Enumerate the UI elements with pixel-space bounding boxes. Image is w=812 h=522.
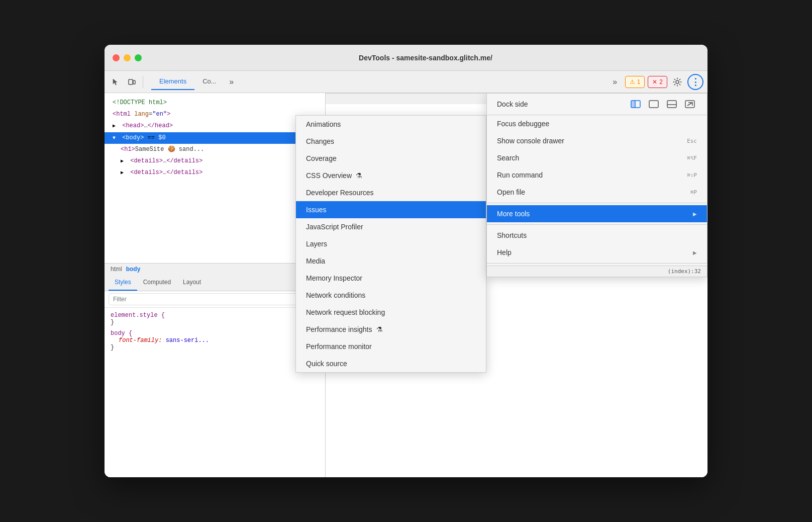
menu-separator [487, 263, 707, 264]
css-rule-element: element.style { } [111, 312, 319, 326]
expand-head-icon [113, 121, 119, 131]
menu-item-left: Run command [497, 171, 543, 179]
tab-styles[interactable]: Styles [109, 275, 137, 291]
dock-left-button[interactable] [629, 99, 643, 110]
menu-item-help[interactable]: Help ▶ [487, 244, 707, 261]
menu-item-search[interactable]: Search ⌘⌥F [487, 149, 707, 166]
menu-item-network-request-blocking[interactable]: Network request blocking [296, 304, 486, 321]
more-options-button[interactable]: ⋮ [687, 74, 703, 90]
device-icon[interactable] [125, 75, 139, 89]
tab-elements[interactable]: Elements [151, 73, 194, 90]
menu-item-label: Show console drawer [497, 137, 564, 145]
dock-undock-button[interactable] [683, 99, 697, 110]
menu-item-label: Performance monitor [306, 342, 372, 351]
warning-badge[interactable]: ⚠ 1 [625, 76, 645, 88]
menu-item-animations[interactable]: Animations [296, 116, 486, 133]
dock-top-button[interactable] [647, 99, 661, 110]
menu-item-shortcut: ⌘P [690, 189, 697, 196]
tabs-area: Elements Co... » [149, 73, 604, 90]
menu-item-issues[interactable]: Issues [296, 201, 486, 218]
menu-item-coverage[interactable]: Coverage [296, 150, 486, 167]
shortcut-text: Esc [687, 138, 697, 144]
tab-console[interactable]: Co... [194, 73, 224, 90]
error-badge[interactable]: ✕ 2 [648, 76, 667, 88]
dom-line[interactable]: <html lang="en"> [105, 109, 325, 120]
traffic-lights [113, 54, 142, 61]
menu-item-label: Memory Inspector [306, 274, 362, 282]
menu-item-left: Performance insights ⚗ [306, 325, 383, 333]
tab-computed[interactable]: Computed [137, 275, 177, 291]
menu-item-show-console-drawer[interactable]: Show console drawer Esc [487, 132, 707, 149]
collapse-body-icon [113, 133, 119, 143]
bottom-status-bar: (index):32 [487, 266, 707, 277]
breadcrumb-body[interactable]: body [126, 266, 141, 273]
close-button[interactable] [113, 54, 120, 61]
cursor-icon[interactable] [109, 75, 123, 89]
more-tools-submenu: Animations Changes Coverage CSS Overview… [295, 115, 486, 373]
maximize-button[interactable] [135, 54, 142, 61]
styles-tabs: Styles Computed Layout [105, 275, 325, 291]
menu-item-focus-debuggee[interactable]: Focus debuggee [487, 115, 707, 132]
flask-icon: ⚗ [376, 325, 383, 333]
menu-item-label: Help [497, 248, 512, 256]
menu-item-left: CSS Overview ⚗ [306, 171, 362, 180]
warning-count: 1 [637, 78, 641, 85]
svg-rect-7 [667, 101, 676, 108]
menu-item-label: Network conditions [306, 291, 365, 299]
menu-item-label: Shortcuts [497, 231, 527, 239]
shortcut-text: ⌘⌥F [687, 155, 697, 161]
dom-line[interactable]: <details>…</details> [105, 155, 325, 167]
menu-item-left: Search [497, 154, 519, 162]
minimize-button[interactable] [124, 54, 131, 61]
menu-item-left: Show console drawer [497, 137, 564, 145]
shortcut-text: ⌘⇧P [687, 172, 697, 179]
css-selector: element.style { [111, 312, 165, 319]
menu-item-label: Search [497, 154, 519, 162]
dom-line[interactable]: <h1>SameSite 🍪 sand... [105, 144, 325, 155]
title-bar: DevTools - samesite-sandbox.glitch.me/ [105, 45, 707, 71]
menu-item-css-overview[interactable]: CSS Overview ⚗ [296, 167, 486, 184]
css-selector-body: body { [111, 330, 132, 337]
menu-item-shortcuts[interactable]: Shortcuts [487, 227, 707, 244]
menu-item-label: Issues [306, 206, 326, 214]
svg-rect-4 [631, 101, 635, 108]
devtools-window: DevTools - samesite-sandbox.glitch.me/ [105, 45, 707, 477]
menu-item-media[interactable]: Media [296, 252, 486, 270]
menu-item-shortcut: Esc [687, 138, 697, 144]
menu-item-memory-inspector[interactable]: Memory Inspector [296, 270, 486, 287]
expand-details2-icon [121, 168, 127, 178]
breadcrumb-html[interactable]: html [111, 266, 122, 273]
svg-rect-0 [129, 79, 133, 84]
tab-more-button[interactable]: » [225, 75, 239, 89]
menu-item-network-conditions[interactable]: Network conditions [296, 287, 486, 304]
dock-side-section: Dock side [487, 94, 707, 115]
menu-item-performance-monitor[interactable]: Performance monitor [296, 338, 486, 355]
menu-item-label: Performance insights [306, 325, 372, 333]
dom-line[interactable]: <details>…</details> [105, 167, 325, 179]
menu-item-changes[interactable]: Changes [296, 133, 486, 150]
menu-item-layers[interactable]: Layers [296, 235, 486, 252]
menu-item-javascript-profiler[interactable]: JavaScript Profiler [296, 218, 486, 235]
menu-item-more-tools[interactable]: More tools ▶ [487, 205, 707, 222]
menu-item-performance-insights[interactable]: Performance insights ⚗ [296, 321, 486, 338]
dom-line-selected[interactable]: <body> == $0 [105, 132, 325, 144]
filter-input[interactable] [109, 293, 321, 305]
svg-point-2 [676, 80, 679, 83]
expand-details1-icon [121, 156, 127, 166]
dom-line[interactable]: <head>…</head> [105, 120, 325, 132]
settings-button[interactable] [670, 75, 684, 89]
shortcut-text: ⌘P [690, 189, 697, 196]
chevron-more-icon[interactable]: » [608, 75, 622, 89]
toolbar-icons [105, 75, 149, 89]
dock-side-label: Dock side [497, 100, 623, 108]
menu-item-quick-source[interactable]: Quick source [296, 355, 486, 372]
menu-item-developer-resources[interactable]: Developer Resources [296, 184, 486, 201]
menu-item-shortcut: ⌘⌥F [687, 155, 697, 161]
menu-item-open-file[interactable]: Open file ⌘P [487, 184, 707, 201]
menu-item-shortcut: ⌘⇧P [687, 172, 697, 179]
css-brace: } [111, 319, 114, 326]
menu-item-label: Animations [306, 120, 341, 128]
dock-bottom-button[interactable] [665, 99, 679, 110]
menu-item-run-command[interactable]: Run command ⌘⇧P [487, 166, 707, 184]
tab-layout[interactable]: Layout [177, 275, 207, 291]
